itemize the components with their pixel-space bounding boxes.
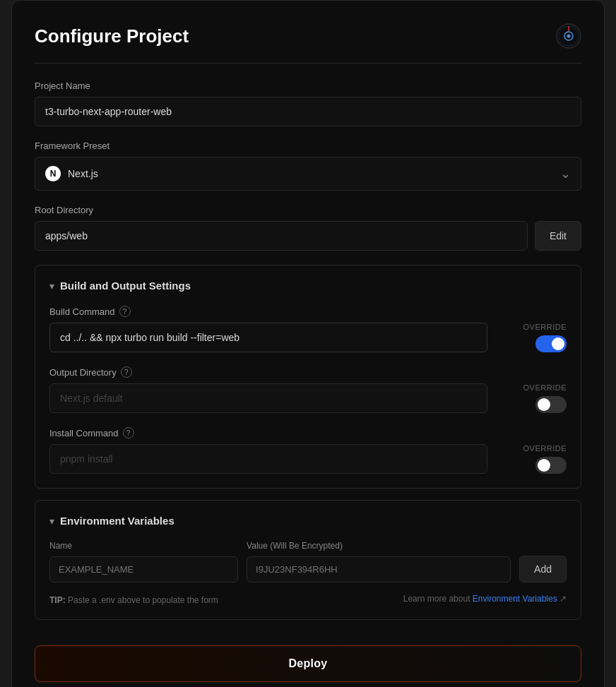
output-directory-help-icon[interactable]: ? bbox=[121, 366, 132, 378]
edit-root-directory-button[interactable]: Edit bbox=[535, 221, 581, 251]
root-directory-input[interactable] bbox=[35, 221, 528, 251]
framework-preset-field: Framework Preset N Next.js ⌄ bbox=[35, 141, 581, 191]
build-command-override-label: OVERRIDE bbox=[523, 323, 567, 331]
build-output-title: Build and Output Settings bbox=[60, 280, 191, 292]
framework-preset-label: Framework Preset bbox=[35, 141, 581, 151]
output-directory-row: OVERRIDE bbox=[49, 383, 567, 413]
env-learn-link[interactable]: Environment Variables bbox=[473, 594, 557, 604]
nextjs-logo-icon: N bbox=[45, 166, 61, 181]
output-directory-override-label: OVERRIDE bbox=[523, 383, 567, 392]
env-variables-title: Environment Variables bbox=[60, 515, 174, 527]
install-command-field: Install Command ? OVERRIDE bbox=[49, 427, 567, 474]
env-value-label: Value (Will Be Encrypted) bbox=[247, 541, 511, 551]
output-directory-label: Output Directory ? bbox=[49, 366, 567, 378]
add-env-button[interactable]: Add bbox=[519, 556, 567, 583]
output-directory-field: Output Directory ? OVERRIDE bbox=[49, 366, 567, 413]
build-output-chevron-icon: ▾ bbox=[49, 280, 54, 292]
chevron-down-icon: ⌄ bbox=[560, 166, 571, 181]
build-command-help-icon[interactable]: ? bbox=[119, 306, 131, 317]
vercel-logo-icon bbox=[556, 23, 581, 49]
build-command-override-toggle[interactable] bbox=[535, 335, 567, 352]
build-command-label: Build Command ? bbox=[49, 306, 567, 317]
env-name-label: Name bbox=[49, 541, 238, 551]
framework-select[interactable]: N Next.js ⌄ bbox=[35, 157, 581, 191]
build-output-header[interactable]: ▾ Build and Output Settings bbox=[49, 280, 567, 292]
install-command-override-label: OVERRIDE bbox=[523, 444, 567, 453]
env-variables-section: ▾ Environment Variables Name Value (Will… bbox=[35, 500, 581, 620]
project-name-input[interactable] bbox=[35, 97, 581, 126]
env-input-row: Name Value (Will Be Encrypted) Add bbox=[49, 541, 567, 583]
modal-header: Configure Project bbox=[35, 23, 581, 49]
build-command-field: Build Command ? OVERRIDE bbox=[49, 306, 567, 352]
build-command-input[interactable] bbox=[49, 323, 487, 352]
root-directory-field: Root Directory Edit bbox=[35, 205, 581, 251]
install-command-help-icon[interactable]: ? bbox=[123, 427, 134, 438]
output-directory-input[interactable] bbox=[49, 383, 487, 413]
env-value-group: Value (Will Be Encrypted) bbox=[247, 541, 511, 583]
deploy-button[interactable]: Deploy bbox=[35, 645, 581, 682]
env-name-group: Name bbox=[49, 541, 238, 583]
env-tip-row: TIP: Paste a .env above to populate the … bbox=[49, 592, 567, 605]
env-learn-more: Learn more about Environment Variables ↗ bbox=[403, 594, 567, 604]
env-tip: TIP: Paste a .env above to populate the … bbox=[49, 595, 218, 605]
header-divider bbox=[35, 63, 581, 64]
external-link-icon: ↗ bbox=[559, 594, 567, 604]
install-command-label: Install Command ? bbox=[49, 427, 567, 438]
env-variables-chevron-icon: ▾ bbox=[49, 515, 54, 527]
modal-title: Configure Project bbox=[35, 25, 189, 47]
root-directory-row: Edit bbox=[35, 221, 581, 251]
svg-point-3 bbox=[567, 35, 571, 38]
env-name-input[interactable] bbox=[49, 556, 238, 583]
install-command-row: OVERRIDE bbox=[49, 444, 567, 474]
project-name-field: Project Name bbox=[35, 80, 581, 126]
root-directory-label: Root Directory bbox=[35, 205, 581, 215]
env-value-input[interactable] bbox=[247, 556, 511, 583]
install-command-override-toggle[interactable] bbox=[535, 457, 567, 474]
build-output-section: ▾ Build and Output Settings Build Comman… bbox=[35, 265, 581, 489]
build-command-row: OVERRIDE bbox=[49, 323, 567, 352]
env-variables-header[interactable]: ▾ Environment Variables bbox=[49, 515, 567, 527]
output-directory-override-toggle[interactable] bbox=[535, 396, 567, 413]
configure-project-modal: Configure Project Project Name Framework… bbox=[11, 0, 605, 687]
project-name-label: Project Name bbox=[35, 80, 581, 91]
install-command-input[interactable] bbox=[49, 444, 487, 474]
